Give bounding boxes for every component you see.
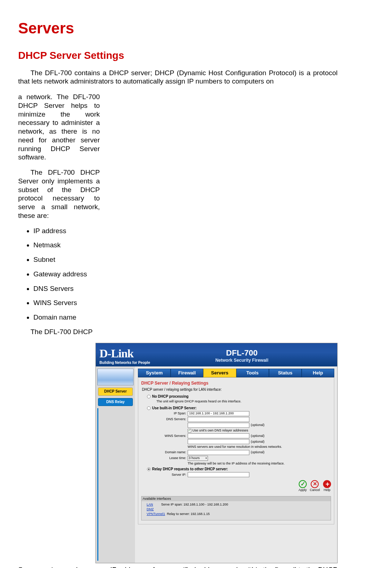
checkbox-use-own-dns[interactable] xyxy=(188,429,191,433)
radio-no-dhcp[interactable]: No DHCP processing xyxy=(147,394,331,399)
left-column: a network. The DFL-700 DHCP Server helps… xyxy=(18,93,100,343)
label-ip-span: IP Span: xyxy=(156,411,188,415)
feature-list: IP address Netmask Subnet Gateway addres… xyxy=(25,227,100,322)
link-lan[interactable]: LAN xyxy=(147,503,153,506)
lan-text: Serve IP span: 192.168.1.100 - 192.168.1… xyxy=(161,503,228,506)
select-lease-time[interactable]: 3 hours ▾ xyxy=(188,456,208,461)
wins-note: WINS servers are used for name resolutio… xyxy=(188,445,282,449)
check-icon xyxy=(299,480,307,488)
input-wins-2[interactable] xyxy=(188,439,249,444)
tab-system[interactable]: System xyxy=(138,369,171,377)
available-interfaces: Available interfaces LAN Serve IP span: … xyxy=(141,496,331,520)
tab-tools[interactable]: Tools xyxy=(236,369,269,377)
label-domain: Domain name: xyxy=(156,450,188,454)
device-name: DFL-700 xyxy=(150,348,334,358)
tab-status[interactable]: Status xyxy=(269,369,302,377)
optional-note: (optional) xyxy=(251,440,265,444)
list-item: Gateway address xyxy=(33,270,100,279)
checkbox-label: Use unit's own DNS relayer addresses xyxy=(192,429,248,433)
link-vpn[interactable]: VPNTunnel1 xyxy=(147,512,165,516)
tab-firewall[interactable]: Firewall xyxy=(171,369,203,377)
list-item: Netmask xyxy=(33,241,100,249)
main-pane: System Firewall Servers Tools Status Hel… xyxy=(135,366,337,563)
input-dns-1[interactable] xyxy=(188,417,249,422)
screenshot-header: D-Link Building Networks for People DFL-… xyxy=(96,343,337,367)
link-dmz[interactable]: DMZ xyxy=(147,507,154,511)
page-title: Servers xyxy=(18,19,338,38)
help-button[interactable]: Help xyxy=(323,480,331,492)
radio-label: Relay DHCP requests to other DHCP server… xyxy=(152,467,228,472)
input-domain[interactable] xyxy=(188,450,249,455)
interface-note: DHCP server / relaying settings for LAN … xyxy=(142,388,331,392)
label-lease: Lease time: xyxy=(156,456,188,460)
help-label: Help xyxy=(323,488,331,492)
radio1-desc: The unit will ignore DHCP requests heard… xyxy=(156,399,331,403)
avail-title: Available interfaces xyxy=(142,496,331,501)
radio-label: Use built-in DHCP Server: xyxy=(152,406,197,411)
sidebar: DHCP Server DNS Relay xyxy=(96,366,135,563)
sidebar-item-dhcp-server[interactable]: DHCP Server xyxy=(98,388,133,396)
radio-icon xyxy=(147,406,151,410)
screenshot-panel: D-Link Building Networks for People DFL-… xyxy=(95,343,338,564)
list-item: DNS Servers xyxy=(33,284,100,293)
vpn-text: Relay to server: 192.168.1.15 xyxy=(167,512,210,516)
input-dns-2[interactable] xyxy=(188,423,249,428)
select-value: 3 hours xyxy=(189,456,200,460)
left-p3: The DFL-700 DHCP xyxy=(18,328,100,336)
sidebar-item-dns-relay[interactable]: DNS Relay xyxy=(98,398,133,406)
intro-paragraph: The DFL-700 contains a DHCP server; DHCP… xyxy=(18,69,338,86)
optional-note: (optional) xyxy=(251,423,265,427)
sidebar-spacer xyxy=(97,408,134,561)
left-p2: The DFL-700 DHCP Server only implements … xyxy=(18,168,100,220)
list-item: Subnet xyxy=(33,255,100,264)
close-icon xyxy=(311,480,319,488)
gateway-note: The gateway will be set to the IP addres… xyxy=(188,462,285,466)
radio-relay-dhcp[interactable]: Relay DHCP requests to other DHCP server… xyxy=(147,467,331,472)
label-server-ip: Server IP: xyxy=(156,473,188,477)
input-ip-span[interactable]: 192.168.1.100 - 192.168.1.200 xyxy=(188,411,249,416)
list-item: IP address xyxy=(33,227,100,235)
label-dns: DNS Servers: xyxy=(156,417,188,421)
plus-icon xyxy=(323,480,331,488)
apply-label: Apply xyxy=(298,488,307,492)
brand-tagline: Building Networks for People xyxy=(99,361,150,365)
after-p1: Server assigns and manages IP addresses … xyxy=(18,565,338,568)
radio-builtin-dhcp[interactable]: Use built-in DHCP Server: xyxy=(147,406,331,411)
input-server-ip[interactable] xyxy=(188,472,249,477)
left-p1: a network. The DFL-700 DHCP Server helps… xyxy=(18,93,100,162)
radio-label: No DHCP processing xyxy=(152,394,188,399)
cancel-label: Cancel xyxy=(310,488,320,492)
section-title: DHCP Server Settings xyxy=(18,49,338,62)
panel-title: DHCP Server / Relaying Settings xyxy=(141,381,331,386)
settings-panel: DHCP Server / Relaying Settings DHCP ser… xyxy=(138,377,334,524)
tab-help[interactable]: Help xyxy=(302,369,334,377)
radio-icon xyxy=(147,467,151,471)
list-item: WINS Servers xyxy=(33,299,100,307)
tab-bar: System Firewall Servers Tools Status Hel… xyxy=(138,369,334,377)
chevron-down-icon: ▾ xyxy=(205,457,207,460)
label-wins: WINS Servers: xyxy=(156,434,188,438)
device-thumbnail xyxy=(97,369,134,385)
optional-note: (optional) xyxy=(251,450,265,454)
input-wins-1[interactable] xyxy=(188,433,249,438)
brand-logo: D-Link xyxy=(99,346,150,361)
cancel-button[interactable]: Cancel xyxy=(310,480,320,492)
list-item: Domain name xyxy=(33,313,100,322)
device-tagline: Network Security Firewall xyxy=(150,358,334,363)
radio-icon xyxy=(147,395,151,398)
tab-servers[interactable]: Servers xyxy=(203,369,236,377)
optional-note: (optional) xyxy=(251,434,265,438)
apply-button[interactable]: Apply xyxy=(298,480,307,492)
